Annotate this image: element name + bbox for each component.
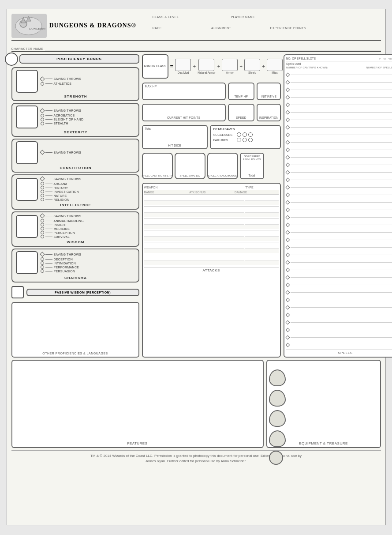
weapon-5-dmg[interactable]: [235, 249, 279, 253]
weapon-3-range[interactable]: [144, 225, 188, 229]
spell-line-16[interactable]: [291, 195, 392, 195]
weapon-6-range[interactable]: [144, 260, 188, 265]
strength-score-box[interactable]: [16, 70, 38, 93]
weapon-5-range[interactable]: [144, 249, 188, 253]
equipment-box[interactable]: EQUIPMENT & TREASURE: [266, 360, 381, 448]
weapon-4-atk[interactable]: [189, 237, 233, 241]
alignment-value[interactable]: [211, 30, 267, 36]
spell-line-33[interactable]: [291, 322, 392, 323]
sorcerer-points-box[interactable]: SORCERER/ PSI/KI POINTS Total: [240, 153, 264, 179]
failure-circle-1[interactable]: [237, 138, 241, 142]
weapon-3-dmg[interactable]: [235, 225, 279, 229]
constitution-score-box[interactable]: [16, 141, 38, 164]
max-hp-box[interactable]: Max HP: [142, 83, 226, 100]
race-value[interactable]: [153, 30, 208, 36]
spell-save-dc-box[interactable]: SPELL SAVE DC: [175, 153, 205, 179]
coin-bag-5[interactable]: [269, 451, 283, 465]
initiative-box[interactable]: INITIATIVE: [257, 83, 281, 100]
weapon-1-range[interactable]: [144, 201, 188, 205]
success-circle-1[interactable]: [237, 132, 241, 137]
spell-line-14[interactable]: [291, 180, 392, 180]
other-proficiencies-box[interactable]: OTHER PROFICIENCIES & LANGUAGES: [11, 302, 139, 358]
spell-line-36[interactable]: [291, 345, 392, 345]
dexterity-score-box[interactable]: [16, 105, 38, 128]
charisma-score-box[interactable]: [16, 251, 38, 274]
spell-line-4[interactable]: [291, 105, 392, 105]
player-name-value[interactable]: [231, 19, 381, 25]
weapon-5-atk[interactable]: [189, 249, 233, 253]
intelligence-score-box[interactable]: [16, 178, 38, 201]
weapon-1-name[interactable]: [144, 196, 244, 201]
speed-box[interactable]: SPEED: [228, 104, 254, 121]
weapon-3-type[interactable]: [245, 219, 279, 225]
shield-box[interactable]: [244, 59, 260, 71]
class-level-value[interactable]: [153, 19, 228, 25]
weapon-4-name[interactable]: [144, 231, 244, 237]
spell-line-35[interactable]: [291, 337, 392, 338]
spell-line-20[interactable]: [291, 225, 392, 225]
spell-line-17[interactable]: [291, 202, 392, 203]
spell-line-15[interactable]: [291, 187, 392, 188]
failure-circle-2[interactable]: [243, 138, 247, 142]
success-circle-3[interactable]: [248, 132, 253, 137]
spell-line-32[interactable]: [291, 315, 392, 315]
weapon-5-name[interactable]: [144, 243, 244, 249]
armor-box[interactable]: [222, 59, 238, 71]
spell-line-12[interactable]: [291, 165, 392, 165]
weapon-4-range[interactable]: [144, 237, 188, 241]
experience-value[interactable]: [270, 30, 381, 36]
spell-line-30[interactable]: [291, 300, 392, 300]
success-circle-2[interactable]: [243, 132, 247, 137]
passive-wisdom-value[interactable]: [11, 286, 24, 298]
spell-line-1[interactable]: [291, 82, 392, 83]
weapon-3-atk[interactable]: [189, 225, 233, 229]
char-name-input[interactable]: [45, 44, 381, 50]
weapon-4-dmg[interactable]: [235, 237, 279, 241]
spell-line-5[interactable]: [291, 112, 392, 113]
weapon-6-dmg[interactable]: [235, 260, 279, 265]
spell-line-34[interactable]: [291, 330, 392, 330]
proficiency-value[interactable]: [5, 53, 18, 66]
weapon-1-atk[interactable]: [189, 201, 233, 205]
dex-mod-box[interactable]: [175, 59, 191, 71]
weapon-2-atk[interactable]: [189, 213, 233, 217]
weapon-6-type[interactable]: [245, 255, 279, 260]
misc-box[interactable]: [267, 59, 283, 71]
spell-casting-ability-box[interactable]: SPELL CASTING ABILITY: [142, 153, 173, 179]
spell-line-19[interactable]: [291, 217, 392, 218]
weapon-2-name[interactable]: [144, 207, 244, 213]
weapon-6-name[interactable]: [144, 255, 244, 260]
hit-dice-box[interactable]: Total HIT DICE: [142, 125, 208, 149]
spell-line-21[interactable]: [291, 232, 392, 233]
temp-hp-box[interactable]: TEMP HP: [228, 83, 254, 100]
spell-line-26[interactable]: [291, 270, 392, 270]
weapon-2-range[interactable]: [144, 213, 188, 217]
coin-bag-2[interactable]: [269, 390, 286, 407]
spell-line-25[interactable]: [291, 262, 392, 263]
failure-circle-3[interactable]: [248, 138, 253, 142]
coin-bag-1[interactable]: [269, 369, 286, 386]
spell-line-13[interactable]: [291, 172, 392, 173]
spell-line-8[interactable]: [291, 135, 392, 135]
weapon-2-type[interactable]: [245, 207, 279, 213]
spell-line-9[interactable]: [291, 142, 392, 143]
spell-attack-bonus-box[interactable]: SPELL ATTACK BONUS: [207, 153, 238, 179]
coin-bag-3[interactable]: [269, 410, 286, 427]
spell-line-28[interactable]: [291, 285, 392, 285]
spell-line-27[interactable]: [291, 277, 392, 278]
current-hp-box[interactable]: CURRENT HIT POINTS: [142, 104, 226, 121]
features-box[interactable]: FEATURES: [11, 360, 264, 448]
wisdom-score-box[interactable]: [16, 215, 38, 238]
coin-bag-4[interactable]: [269, 430, 286, 447]
spell-line-10[interactable]: [291, 150, 392, 150]
spell-line-0[interactable]: [291, 75, 392, 75]
spell-line-23[interactable]: [291, 247, 392, 248]
weapon-2-dmg[interactable]: [235, 213, 279, 217]
weapon-5-type[interactable]: [245, 243, 279, 249]
spell-line-11[interactable]: [291, 157, 392, 158]
spell-line-29[interactable]: [291, 292, 392, 293]
spell-line-6[interactable]: [291, 120, 392, 120]
natural-armor-box[interactable]: [198, 59, 214, 71]
spell-line-31[interactable]: [291, 307, 392, 308]
armor-class-box[interactable]: ARMOR CLASS: [142, 54, 168, 79]
